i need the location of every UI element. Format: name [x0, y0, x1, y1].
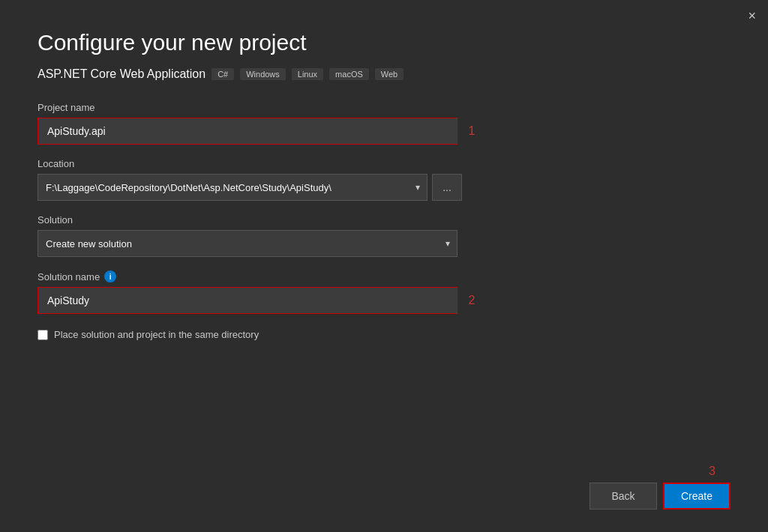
tag-web: Web: [375, 68, 404, 80]
checkbox-label: Place solution and project in the same d…: [54, 329, 259, 340]
location-section: Location F:\Laggage\CodeRepository\DotNe…: [38, 158, 730, 201]
solution-name-input-row: 2: [38, 287, 730, 314]
browse-button[interactable]: ...: [432, 174, 462, 201]
same-directory-checkbox[interactable]: [38, 330, 48, 340]
tag-csharp: C#: [212, 68, 234, 80]
project-name-input-row: 1: [38, 118, 730, 145]
project-name-input[interactable]: [38, 118, 458, 145]
location-label: Location: [38, 158, 730, 169]
solution-name-input[interactable]: [38, 287, 458, 314]
project-name-section: Project name 1: [38, 102, 730, 145]
tag-linux: Linux: [292, 68, 323, 80]
location-row: F:\Laggage\CodeRepository\DotNet\Asp.Net…: [38, 174, 730, 201]
configure-project-dialog: × Configure your new project ASP.NET Cor…: [0, 0, 768, 532]
page-title: Configure your new project: [38, 30, 730, 55]
create-button[interactable]: Create: [663, 483, 730, 510]
location-select-wrapper: F:\Laggage\CodeRepository\DotNet\Asp.Net…: [38, 174, 428, 201]
solution-section: Solution Create new solution: [38, 214, 730, 257]
tag-windows: Windows: [240, 68, 286, 80]
bottom-bar: Back Create: [590, 483, 730, 510]
solution-select[interactable]: Create new solution: [38, 230, 458, 257]
project-name-label: Project name: [38, 102, 730, 113]
tag-macos: macOS: [329, 68, 369, 80]
back-button[interactable]: Back: [590, 483, 657, 510]
badge-2: 2: [464, 292, 480, 309]
subtitle-row: ASP.NET Core Web Application C# Windows …: [38, 67, 730, 81]
solution-name-label: Solution name i: [38, 270, 730, 282]
location-select[interactable]: F:\Laggage\CodeRepository\DotNet\Asp.Net…: [38, 174, 428, 201]
badge-3: 3: [709, 465, 716, 478]
solution-label: Solution: [38, 214, 730, 226]
solution-select-wrapper: Create new solution: [38, 230, 458, 257]
close-button[interactable]: ×: [748, 9, 756, 22]
badge-1: 1: [464, 123, 480, 139]
solution-name-section: Solution name i 2: [38, 270, 730, 314]
subtitle-text: ASP.NET Core Web Application: [38, 67, 206, 81]
info-icon[interactable]: i: [104, 270, 116, 282]
checkbox-row: Place solution and project in the same d…: [38, 329, 730, 340]
